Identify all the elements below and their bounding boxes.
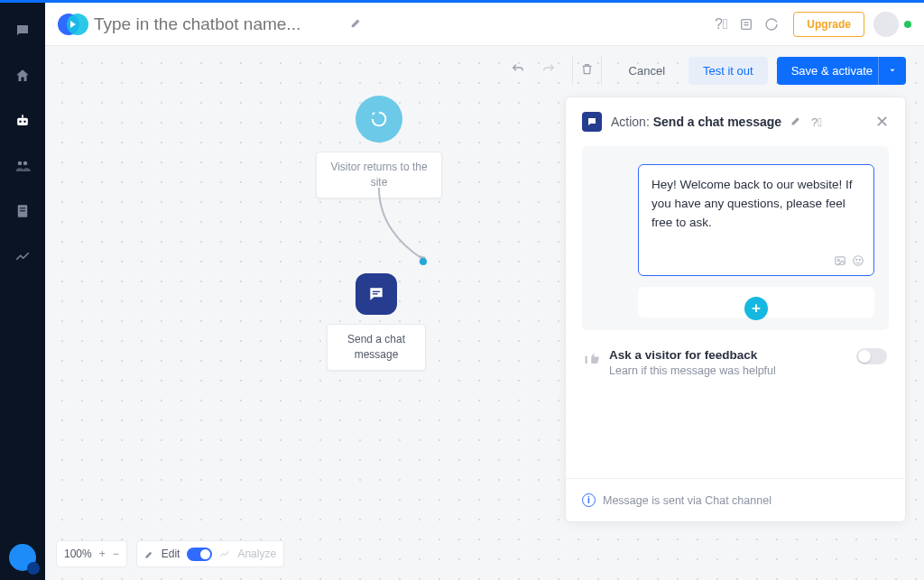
app-logo[interactable] — [58, 11, 85, 38]
news-icon[interactable] — [734, 12, 759, 37]
mode-group: Edit Analyze — [136, 540, 284, 567]
message-textarea[interactable] — [651, 176, 861, 246]
refresh-icon[interactable] — [759, 12, 784, 37]
feedback-title: Ask a visitor for feedback — [609, 348, 776, 362]
mode-toggle[interactable] — [187, 548, 212, 561]
panel-header: Action: Send a chat message ?⃝ ✕ — [566, 97, 905, 146]
svg-point-1 — [19, 121, 22, 124]
svg-point-19 — [859, 259, 860, 260]
chatbot-name-input[interactable] — [94, 14, 346, 34]
action-panel: Action: Send a chat message ?⃝ ✕ — [565, 97, 906, 522]
sidebar-people-icon[interactable] — [13, 156, 32, 176]
panel-help-icon[interactable]: ?⃝ — [811, 115, 822, 129]
panel-note-text: Message is sent via Chat channel — [603, 494, 772, 507]
save-activate-button[interactable]: Save & activate — [777, 57, 887, 85]
panel-note: i Message is sent via Chat channel — [566, 478, 905, 521]
trigger-icon — [356, 96, 402, 143]
attach-image-icon[interactable] — [834, 254, 846, 270]
save-dropdown-chevron[interactable] — [878, 57, 906, 85]
zoom-group: 100% + − — [56, 540, 127, 567]
emoji-icon[interactable] — [852, 254, 864, 270]
svg-point-4 — [18, 161, 23, 166]
upgrade-button[interactable]: Upgrade — [793, 12, 864, 37]
user-avatar[interactable] — [873, 12, 899, 37]
edit-mode-icon — [144, 549, 154, 559]
cancel-button[interactable]: Cancel — [614, 57, 679, 85]
panel-close-icon[interactable]: ✕ — [875, 112, 889, 132]
zoom-out-button[interactable]: − — [113, 548, 119, 560]
thumbs-icon — [584, 350, 600, 369]
svg-point-16 — [837, 259, 839, 261]
svg-point-5 — [23, 161, 28, 166]
trigger-node[interactable]: Visitor returns to the site — [316, 96, 442, 198]
svg-rect-0 — [17, 118, 28, 125]
info-icon: i — [582, 493, 596, 507]
left-sidebar — [0, 3, 45, 580]
message-textbox[interactable] — [638, 164, 874, 276]
svg-point-17 — [854, 256, 864, 266]
zoom-value: 100% — [64, 548, 92, 560]
feedback-row: Ask a visitor for feedback Learn if this… — [582, 330, 889, 395]
trigger-label: Visitor returns to the site — [316, 152, 442, 198]
svg-rect-7 — [20, 207, 25, 208]
action-node[interactable]: Send a chat message — [327, 273, 426, 371]
svg-rect-8 — [20, 210, 25, 211]
sidebar-bot-icon[interactable] — [13, 111, 32, 131]
feedback-subtitle: Learn if this message was helpful — [609, 364, 776, 377]
redo-icon — [538, 59, 559, 83]
zoom-in-button[interactable]: + — [99, 548, 106, 560]
connector-end-dot — [420, 258, 427, 265]
main-area: Cancel Test it out Save & activate Visit… — [45, 46, 924, 580]
sidebar-docs-icon[interactable] — [13, 201, 32, 221]
test-button[interactable]: Test it out — [688, 57, 768, 85]
edit-mode-label: Edit — [162, 548, 180, 560]
bottom-bar: 100% + − Edit Analyze — [56, 540, 284, 567]
panel-header-icon — [582, 112, 602, 132]
sidebar-analytics-icon[interactable] — [13, 246, 32, 266]
help-icon[interactable]: ?⃝ — [708, 12, 734, 37]
edit-name-icon[interactable] — [350, 16, 363, 32]
online-status-dot — [904, 21, 911, 28]
svg-rect-14 — [373, 293, 378, 294]
action-icon — [356, 273, 397, 315]
svg-point-2 — [23, 121, 26, 124]
canvas-toolbar: Cancel Test it out Save & activate — [507, 57, 906, 85]
feedback-toggle[interactable] — [856, 348, 887, 364]
panel-edit-icon[interactable] — [790, 115, 802, 129]
help-bubble-icon[interactable] — [9, 544, 42, 576]
delete-icon[interactable] — [572, 57, 602, 85]
svg-rect-13 — [373, 291, 380, 292]
message-composer: + — [582, 146, 889, 330]
action-label: Send a chat message — [327, 324, 426, 371]
analyze-mode-icon — [219, 548, 230, 559]
svg-rect-3 — [22, 115, 23, 117]
top-header: ?⃝ Upgrade — [45, 3, 924, 46]
add-message-button[interactable]: + — [744, 297, 768, 320]
sidebar-chat-icon[interactable] — [13, 21, 32, 41]
sidebar-home-icon[interactable] — [13, 66, 32, 86]
analyze-mode-label: Analyze — [237, 548, 276, 560]
panel-title: Action: Send a chat message — [611, 115, 781, 129]
undo-icon[interactable] — [507, 59, 529, 83]
add-message-card: + — [638, 287, 874, 318]
svg-point-18 — [856, 259, 857, 260]
